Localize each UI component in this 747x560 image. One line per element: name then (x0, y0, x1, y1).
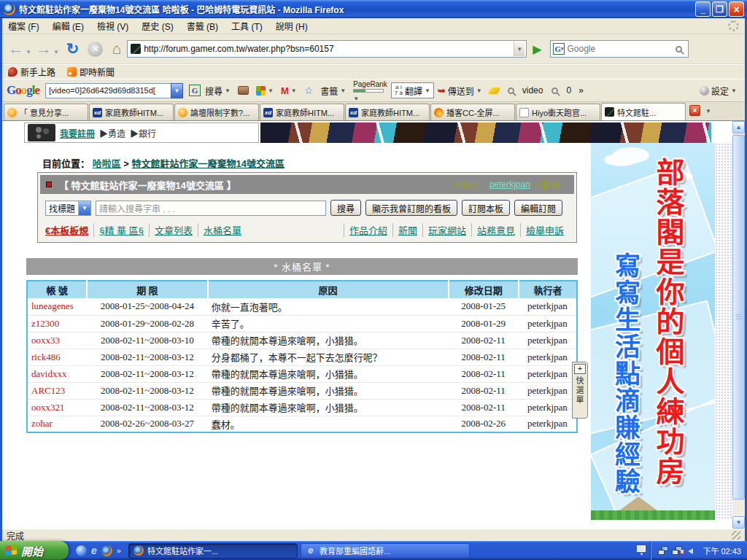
reload-button[interactable]: ↻ (62, 40, 84, 58)
account-link[interactable]: luneagenes (31, 300, 74, 311)
star-bookmark-button[interactable]: ☆ (301, 85, 317, 96)
search-bar[interactable]: G▾ (550, 40, 689, 58)
stop-button[interactable]: × (88, 42, 103, 57)
quick-launch-msn-icon[interactable] (76, 545, 87, 556)
send-to-button[interactable]: ➥傳送到▼ (434, 85, 486, 97)
news-link[interactable]: 新聞 (392, 223, 422, 237)
web-search-input[interactable] (567, 44, 674, 54)
bank-link[interactable]: ▶銀行 (130, 127, 156, 139)
menu-edit[interactable]: 編輯 (E) (53, 20, 84, 32)
menu-tools[interactable]: 工具 (T) (231, 20, 263, 32)
cell-account[interactable]: luneagenes (27, 298, 87, 315)
account-link[interactable]: ARC123 (31, 385, 65, 396)
cell-account[interactable]: davidxxx (27, 365, 87, 382)
edit-subscription-button[interactable]: 編輯訂閱 (514, 200, 562, 216)
vertical-scrollbar[interactable]: ▲ ▼ (732, 121, 745, 529)
moderator-link[interactable]: peterkjpan (489, 179, 530, 190)
quick-menu-expand-button[interactable]: + (574, 364, 586, 374)
tab-close-button[interactable]: × (689, 105, 700, 116)
bookmark-latest-news[interactable]: 即時新聞 (67, 66, 115, 78)
scroll-down-button[interactable]: ▼ (732, 516, 745, 529)
url-bar[interactable]: ▼ (127, 40, 527, 58)
account-link[interactable]: rick486 (31, 351, 61, 362)
back-button[interactable]: ← (7, 41, 26, 57)
quick-launch-ie-icon[interactable]: e (91, 545, 97, 556)
bookmark-getting-started[interactable]: 新手上路 (8, 66, 55, 78)
volume-icon[interactable] (686, 546, 696, 556)
task-button-ie[interactable]: e 教育部重編國語辭... (301, 543, 470, 559)
cell-account[interactable]: z12300 (27, 315, 87, 332)
menu-help[interactable]: 說明 (H) (276, 20, 308, 32)
work-intro-link[interactable]: 作品介紹 (344, 223, 392, 237)
tab-2[interactable]: xd家庭教師HITM... (89, 104, 174, 120)
scroll-up-button[interactable]: ▲ (732, 121, 745, 133)
menu-file[interactable]: 檔案 (F) (8, 20, 39, 32)
search-engine-icon[interactable]: G▾ (553, 43, 565, 55)
forward-button[interactable]: → (34, 41, 53, 57)
subscribe-board-button[interactable]: 訂閱本板 (462, 200, 510, 216)
quick-menu-tab[interactable]: + 快選單 (572, 362, 588, 419)
tab-4[interactable]: xd家庭教師HITM... (260, 104, 344, 120)
account-link[interactable]: ooxx321 (31, 402, 65, 413)
account-link[interactable]: zohar (31, 418, 53, 429)
report-appeal-link[interactable]: 檢舉申訴 (520, 223, 569, 237)
board-search-input[interactable] (96, 201, 326, 216)
cell-account[interactable]: rick486 (27, 349, 87, 365)
menu-bookmarks[interactable]: 書籤 (B) (187, 20, 218, 32)
start-button[interactable]: 開始 (0, 541, 69, 560)
menu-view[interactable]: 檢視 (V) (97, 20, 128, 32)
menu-history[interactable]: 歷史 (S) (142, 20, 173, 32)
tab-8-active[interactable]: 特文館駐... (601, 103, 686, 120)
tab-6[interactable]: 播客CC-全屏... (430, 104, 515, 120)
search-button[interactable]: 搜尋 (330, 200, 361, 216)
word-find-count[interactable]: 0 (546, 85, 575, 96)
article-list-link[interactable]: 文章列表 (149, 223, 198, 237)
account-link[interactable]: z12300 (31, 318, 59, 329)
account-link[interactable]: ooxx33 (31, 335, 60, 346)
list-all-tabs-icon[interactable]: ▼ (703, 108, 714, 114)
settings-button[interactable]: 設定▼ (696, 85, 740, 97)
register-link[interactable]: 我要註冊 (60, 127, 95, 139)
banner-collage-image[interactable] (260, 122, 711, 143)
url-history-dropdown-icon[interactable]: ▼ (514, 42, 525, 56)
network-icon[interactable] (658, 546, 668, 556)
tab-3[interactable]: 論壇限制字數?... (174, 104, 259, 120)
task-button-firefox[interactable]: 特文館駐站作家一... (128, 543, 298, 559)
player-sites-link[interactable]: 玩家網站 (422, 223, 471, 237)
tab-7[interactable]: Hiyo衝天跑官... (516, 104, 600, 120)
gt-bookmarks-button[interactable]: 書籤▼ (317, 85, 349, 97)
show-subscribed-button[interactable]: 顯示我曾訂閱的看板 (365, 200, 457, 216)
query-dropdown-icon[interactable]: ▼ (171, 83, 183, 98)
google-query-combo[interactable]: ▼ (45, 83, 183, 98)
cell-account[interactable]: ARC123 (27, 382, 87, 399)
word-find-video[interactable]: video (503, 85, 547, 96)
google-query-input[interactable] (45, 83, 171, 98)
translate-button[interactable]: a í7 à 翻譯▼ (391, 82, 434, 98)
blog-ad-banner[interactable]: 部落閣是你的個人練功房 寫寫生活點滴賺經驗 (591, 143, 715, 520)
search-category-select[interactable]: 找標題 ▼ (45, 201, 91, 216)
pagerank-indicator[interactable]: PageRank ▼ (349, 79, 391, 103)
quick-launch-firefox-icon[interactable] (101, 545, 112, 556)
minimize-button[interactable]: _ (695, 1, 711, 17)
essence-area-link[interactable]: §精 華 區§ (93, 223, 149, 237)
scrollbar-thumb[interactable] (732, 135, 745, 499)
gmail-button[interactable]: M▼ (277, 85, 301, 96)
board-rules-link[interactable]: €本板板規 (45, 223, 93, 237)
search-magnifier-icon[interactable] (676, 46, 682, 52)
site-feedback-link[interactable]: 站務意見 (471, 223, 520, 237)
select-dropdown-icon[interactable]: ▼ (78, 201, 90, 215)
go-button[interactable]: ▶ (527, 42, 547, 56)
tab-1[interactable]: 「 意見分享... (4, 104, 88, 120)
account-link[interactable]: davidxxx (31, 368, 66, 379)
cell-account[interactable]: ooxx321 (27, 399, 87, 416)
home-button[interactable]: ⌂ (107, 40, 127, 58)
photos-button[interactable] (234, 86, 252, 95)
tab-5[interactable]: xd家庭教師HITM... (345, 104, 430, 120)
language-bar-icon[interactable]: ▼ (637, 545, 646, 556)
cell-account[interactable]: ooxx33 (27, 332, 87, 349)
breadcrumb-section-link[interactable]: 哈啦區 (93, 158, 121, 169)
close-button[interactable]: × (729, 1, 744, 17)
highlight-button[interactable] (486, 88, 503, 94)
avatar-link[interactable]: ▶勇造 (99, 127, 125, 139)
resize-grip[interactable] (732, 531, 740, 540)
